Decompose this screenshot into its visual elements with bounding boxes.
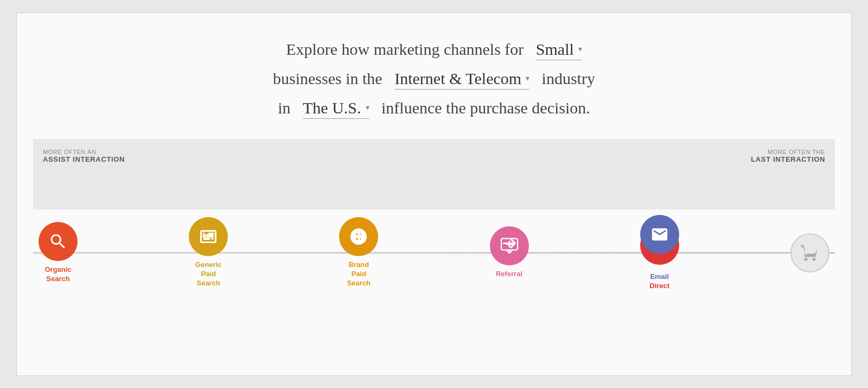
organic-search-circle [39,222,78,261]
referral-label: Referral [496,270,522,279]
brand-paid-search-label: BrandPaidSearch [347,260,371,288]
industry-suffix: industry [542,69,595,87]
brand-paid-search-circle [339,217,378,256]
generic-paid-search-label: GenericPaidSearch [195,260,221,288]
assist-label: MORE OFTEN AN ASSIST INTERACTION [43,149,125,163]
email-label: Email [649,272,669,282]
header-prefix-1: Explore how marketing channels for [286,40,524,58]
channel-generic-paid-search[interactable]: GenericPaidSearch [189,217,228,288]
cart-icon [800,243,820,263]
email-icon [650,225,669,244]
channel-email-direct[interactable]: Email Direct [640,215,679,291]
size-dropdown-value: Small [536,40,574,59]
email-circle [640,215,679,254]
assist-label-big: ASSIST INTERACTION [43,155,125,163]
paid-search-icon [199,227,218,246]
organic-search-label: OrganicSearch [44,265,71,284]
region-caret-icon: ▾ [366,103,369,112]
header-line-1: Explore how marketing channels for Small… [55,35,813,64]
header-area: Explore how marketing channels for Small… [33,35,835,123]
email-direct-label: Email Direct [649,272,669,291]
header-prefix-3: in [278,99,290,117]
channel-referral[interactable]: Referral [490,226,529,279]
region-dropdown-value: The U.S. [303,99,361,117]
last-label-small: MORE OFTEN THE [751,149,825,155]
direct-label: Direct [649,282,669,291]
industry-caret-icon: ▾ [526,74,529,83]
industry-dropdown-value: Internet & Telecom [394,69,521,88]
header-prefix-2: businesses in the [273,69,382,87]
timeline-line-area: OrganicSearch GenericPaidSearc [33,209,835,296]
cart-circle [790,233,829,272]
brand-search-icon [349,227,368,246]
size-dropdown[interactable]: Small ▾ [536,40,582,60]
industry-dropdown[interactable]: Internet & Telecom ▾ [394,69,529,90]
assist-band: MORE OFTEN AN ASSIST INTERACTION MORE OF… [33,139,835,209]
channel-brand-paid-search[interactable]: BrandPaidSearch [339,217,378,288]
timeline-container: MORE OFTEN AN ASSIST INTERACTION MORE OF… [33,139,835,296]
header-line-3: in The U.S. ▾ influence the purchase dec… [55,93,813,123]
email-direct-stacked [640,215,679,265]
assist-label-small: MORE OFTEN AN [43,149,125,155]
referral-circle [490,226,529,265]
channels-row: OrganicSearch GenericPaidSearc [33,215,835,291]
header-line-2: businesses in the Internet & Telecom ▾ i… [55,64,813,93]
channel-organic-search[interactable]: OrganicSearch [39,222,78,284]
generic-paid-search-circle [189,217,228,256]
referral-icon [500,236,519,256]
header-suffix-3: influence the purchase decision. [381,99,590,117]
channel-cart [790,233,829,272]
last-interaction-label: MORE OFTEN THE LAST INTERACTION [751,149,825,163]
main-card: Explore how marketing channels for Small… [16,12,852,376]
search-icon [48,232,68,251]
last-label-big: LAST INTERACTION [751,155,825,163]
region-dropdown[interactable]: The U.S. ▾ [303,99,369,119]
size-caret-icon: ▾ [578,44,582,54]
